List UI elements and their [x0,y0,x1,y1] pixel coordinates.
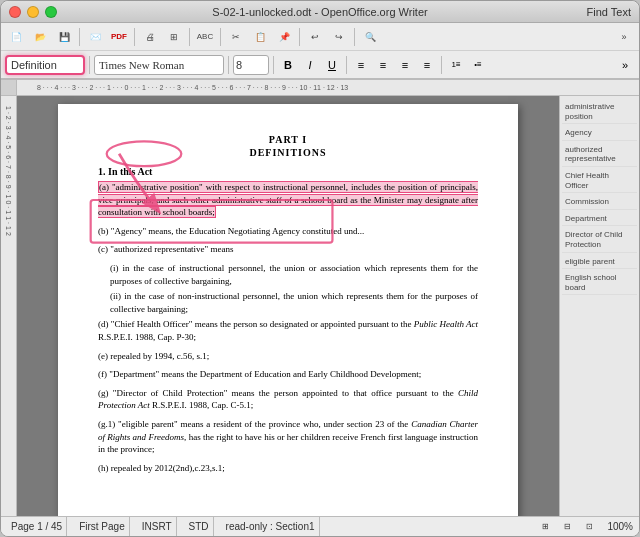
redo-button[interactable]: ↪ [328,26,350,48]
open-button[interactable]: 📂 [29,26,51,48]
definition-item-g1: (g.1) "eligible parent" means a resident… [98,418,478,456]
underline-button[interactable]: U [322,55,342,75]
sidebar-label-director: Director of Child Protection [562,228,637,252]
ruler-marks: 8 · · · 4 · · · 3 · · · 2 · · · 1 · · · … [17,84,639,91]
sep8 [228,56,229,74]
pdf-button[interactable]: PDF [108,26,130,48]
horizontal-ruler: 8 · · · 4 · · · 3 · · · 2 · · · 1 · · · … [1,80,639,96]
window-controls [9,6,57,18]
definition-item-h: (h) repealed by 2012(2nd),c.23,s.1; [98,462,478,475]
align-right-button[interactable]: ≡ [395,55,415,75]
view-button-2[interactable]: ⊟ [559,519,575,535]
find-text-area: Find Text [587,6,631,18]
definition-item-c-i: (i) in the case of instructional personn… [110,262,478,287]
definition-item-e: (e) repealed by 1994, c.56, s.1; [98,350,478,363]
readonly-section: read-only : Section1 [222,517,320,536]
bullet-button[interactable]: •≡ [468,55,488,75]
sidebar-label-english-school: English school board [562,271,637,295]
titlebar: S-02-1-unlocked.odt - OpenOffice.org Wri… [1,1,639,23]
maximize-button[interactable] [45,6,57,18]
print-button[interactable]: 🖨 [139,26,161,48]
highlighted-text: (a) "administrative position" with respe… [98,181,478,218]
document-page: PART I DEFINITIONS 1. In this Act (a) "a… [58,104,518,516]
more-button[interactable]: » [613,26,635,48]
align-center-button[interactable]: ≡ [373,55,393,75]
definition-item-d: (d) "Chief Health Officer" means the per… [98,318,478,343]
bold-button[interactable]: B [278,55,298,75]
definition-item-a: (a) "administrative position" with respe… [98,181,478,219]
main-toolbar: 📄 📂 💾 ✉️ PDF 🖨 ⊞ ABC ✂ 📋 📌 ↩ ↪ 🔍 » [1,23,639,51]
close-button[interactable] [9,6,21,18]
page-style: First Page [75,517,130,536]
insert-label: INSRT [142,521,172,532]
new-button[interactable]: 📄 [5,26,27,48]
window-title: S-02-1-unlocked.odt - OpenOffice.org Wri… [212,6,427,18]
align-left-button[interactable]: ≡ [351,55,371,75]
sep2 [134,28,135,46]
style-label: First Page [79,521,125,532]
sep11 [441,56,442,74]
statusbar-right: ⊞ ⊟ ⊡ 100% [537,519,633,535]
view-button-1[interactable]: ⊞ [537,519,553,535]
sidebar-label-admin: administrative position [562,100,637,124]
sidebar-label-chief-health: Chief Health Officer [562,169,637,193]
sep9 [273,56,274,74]
part-title: PART I [98,134,478,145]
definition-item-c-ii: (ii) in the case of non-instructional pe… [110,290,478,315]
email-button[interactable]: ✉️ [84,26,106,48]
definition-item-f: (f) "Department" means the Department of… [98,368,478,381]
insert-mode: INSRT [138,517,177,536]
undo-button[interactable]: ↩ [304,26,326,48]
toolbar-container: 📄 📂 💾 ✉️ PDF 🖨 ⊞ ABC ✂ 📋 📌 ↩ ↪ 🔍 » [1,23,639,80]
sep10 [346,56,347,74]
sidebar-label-commission: Commission [562,195,637,210]
sidebar-label-eligible: eligible parent [562,255,637,270]
copy-button[interactable]: 📋 [249,26,271,48]
page-count: Page 1 / 45 [7,517,67,536]
definition-item-g: (g) "Director of Child Protection" means… [98,387,478,412]
print-preview-button[interactable]: ⊞ [163,26,185,48]
sep3 [189,28,190,46]
find-button[interactable]: 🔍 [359,26,381,48]
find-text-label: Find Text [587,6,631,18]
paste-button[interactable]: 📌 [273,26,295,48]
spellcheck-button[interactable]: ABC [194,26,216,48]
sidebar-label-auth-rep: authorized representative [562,143,637,167]
size-dropdown[interactable]: 8 [233,55,269,75]
sep6 [354,28,355,46]
std-mode: STD [185,517,214,536]
zoom-level: 100% [607,521,633,532]
style-dropdown[interactable]: Definition [5,55,85,75]
font-dropdown[interactable]: Times New Roman [94,55,224,75]
sep4 [220,28,221,46]
statusbar: Page 1 / 45 First Page INSRT STD read-on… [1,516,639,536]
sep7 [89,56,90,74]
align-justify-button[interactable]: ≡ [417,55,437,75]
app-window: S-02-1-unlocked.odt - OpenOffice.org Wri… [0,0,640,537]
format-more-button[interactable]: » [615,55,635,75]
minimize-button[interactable] [27,6,39,18]
section-header: 1. In this Act [98,166,478,177]
document-scroll-area[interactable]: PART I DEFINITIONS 1. In this Act (a) "a… [17,96,559,516]
section-title: DEFINITIONS [98,147,478,158]
sep1 [79,28,80,46]
readonly-label: read-only : Section1 [226,521,315,532]
sep5 [299,28,300,46]
right-sidebar: administrative position Agency authorize… [559,96,639,516]
definition-item-c: (c) "authorized representative" means [98,243,478,256]
sidebar-label-department: Department [562,212,637,227]
definition-item-b: (b) "Agency" means, the Education Negoti… [98,225,478,238]
sidebar-label-agency: Agency [562,126,637,141]
italic-button[interactable]: I [300,55,320,75]
numbering-button[interactable]: 1≡ [446,55,466,75]
cut-button[interactable]: ✂ [225,26,247,48]
format-bar: Definition Times New Roman 8 B I U ≡ ≡ ≡… [1,51,639,79]
view-button-3[interactable]: ⊡ [581,519,597,535]
main-area: 1·2·3·4·5·6·7·8·9·10·11·12 PART I DEFINI… [1,96,639,516]
page-label: Page 1 / 45 [11,521,62,532]
vertical-ruler: 1·2·3·4·5·6·7·8·9·10·11·12 [1,96,17,516]
save-button[interactable]: 💾 [53,26,75,48]
std-label: STD [189,521,209,532]
